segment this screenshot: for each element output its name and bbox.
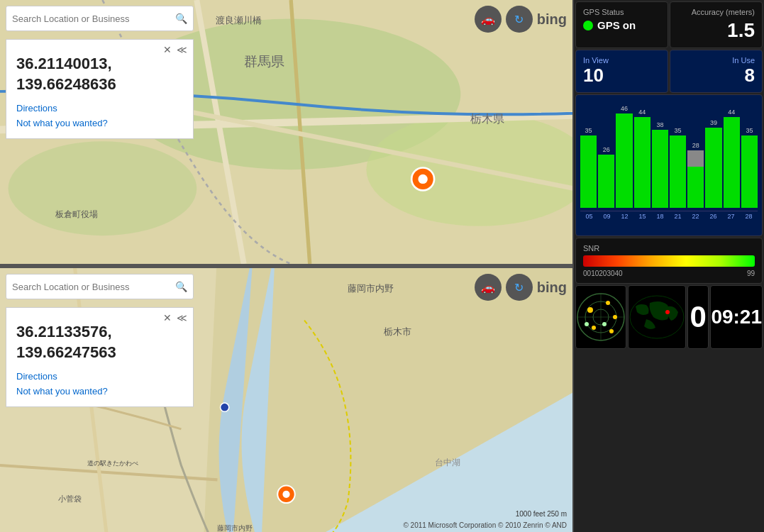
satellite-bar-28: 35 bbox=[741, 127, 758, 208]
top-map-panel: 群馬県 栃木県 渡良瀬川橋 板倉町役場 🔍 🚗 ↻ bing ✕ ≪ bbox=[0, 0, 572, 264]
gps-accuracy-title: Accuracy (meters) bbox=[677, 8, 755, 16]
top-nav-button[interactable]: ≪ bbox=[177, 44, 187, 55]
gps-accuracy-value: 1.5 bbox=[677, 19, 755, 42]
gps-inuse-card: In Use 8 bbox=[670, 50, 763, 93]
satellite-ids: 05091215182122262728 bbox=[580, 211, 758, 220]
gps-inview-card: In View 10 bbox=[575, 50, 668, 93]
speed-display: 0 bbox=[687, 285, 709, 349]
map-area: 群馬県 栃木県 渡良瀬川橋 板倉町役場 🔍 🚗 ↻ bing ✕ ≪ bbox=[0, 0, 572, 532]
svg-text:藤岡市内野: 藤岡市内野 bbox=[217, 524, 253, 532]
satellite-bar-15: 44 bbox=[634, 109, 650, 208]
bottom-search-bar[interactable]: 🔍 bbox=[6, 274, 194, 299]
satellite-chart: 35264644383528394435 0509121518212226272… bbox=[575, 94, 763, 236]
map-copyright: © 2011 Microsoft Corporation © 2010 Zenr… bbox=[403, 521, 567, 529]
bottom-car-button[interactable]: 🚗 bbox=[475, 274, 502, 301]
satellite-bar-22: 28 bbox=[687, 142, 704, 208]
satellite-bar-12: 46 bbox=[616, 105, 632, 208]
satellite-bar-21: 35 bbox=[670, 127, 686, 208]
bottom-refresh-button[interactable]: ↻ bbox=[506, 274, 533, 301]
satellite-bar-18: 38 bbox=[652, 121, 668, 208]
svg-point-37 bbox=[606, 301, 610, 305]
satellite-radar bbox=[575, 285, 626, 349]
gps-top-row: GPS Status GPS on Accuracy (meters) 1.5 bbox=[575, 1, 763, 48]
svg-point-36 bbox=[587, 307, 593, 313]
scale-bar: 1000 feet 250 m bbox=[516, 510, 567, 518]
svg-text:藤岡市内野: 藤岡市内野 bbox=[348, 283, 394, 294]
time-value: 09:21 bbox=[711, 306, 762, 328]
svg-point-13 bbox=[419, 174, 428, 184]
svg-point-40 bbox=[609, 329, 614, 333]
bottom-search-icon: 🔍 bbox=[175, 281, 187, 292]
car-button[interactable]: 🚗 bbox=[475, 6, 502, 33]
gps-inuse-value: 8 bbox=[677, 65, 755, 87]
top-not-wanted-link[interactable]: Not what you wanted? bbox=[16, 116, 183, 131]
gps-status-dot bbox=[583, 21, 593, 31]
svg-text:道の駅きたかわべ: 道の駅きたかわべ bbox=[87, 460, 138, 467]
svg-point-29 bbox=[282, 491, 289, 498]
bottom-info-panel: ✕ ≪ 36.21133576, 139.66247563 Directions… bbox=[6, 307, 194, 407]
svg-point-38 bbox=[613, 315, 617, 319]
gps-panel: GPS Status GPS on Accuracy (meters) 1.5 … bbox=[572, 0, 764, 532]
top-map-controls: 🚗 ↻ bing bbox=[475, 6, 567, 33]
gps-accuracy-card: Accuracy (meters) 1.5 bbox=[670, 1, 763, 48]
gps-status-text: GPS on bbox=[597, 19, 636, 31]
snr-card: SNR 00 10 20 30 40 99 bbox=[575, 238, 763, 284]
svg-text:板倉町役場: 板倉町役場 bbox=[55, 209, 98, 219]
satellite-bar-09: 26 bbox=[598, 146, 614, 208]
satellite-bar-26: 39 bbox=[705, 119, 721, 208]
top-coordinates: 36.21140013, 139.66248636 bbox=[16, 54, 183, 94]
gps-inuse-label: In Use bbox=[677, 56, 755, 65]
gps-bottom-row: 0 09:21 bbox=[575, 285, 763, 349]
bottom-coordinates: 36.21133576, 139.66247563 bbox=[16, 322, 183, 362]
bottom-not-wanted-link[interactable]: Not what you wanted? bbox=[16, 384, 183, 399]
gps-status-title: GPS Status bbox=[583, 8, 660, 16]
top-close-button[interactable]: ✕ bbox=[163, 44, 172, 55]
gps-inview-row: In View 10 In Use 8 bbox=[575, 50, 763, 93]
bottom-nav-button[interactable]: ≪ bbox=[177, 312, 187, 323]
bing-logo: bing bbox=[537, 11, 567, 28]
svg-text:群馬県: 群馬県 bbox=[244, 54, 284, 69]
refresh-button[interactable]: ↻ bbox=[506, 6, 533, 33]
search-icon: 🔍 bbox=[175, 13, 187, 24]
snr-labels: 00 10 20 30 40 99 bbox=[583, 270, 755, 277]
top-directions-link[interactable]: Directions bbox=[16, 101, 183, 116]
svg-point-3 bbox=[9, 141, 197, 235]
snr-title: SNR bbox=[583, 244, 755, 253]
satellite-bar-27: 44 bbox=[724, 109, 740, 208]
satellite-bar-05: 35 bbox=[580, 127, 597, 208]
svg-text:小菅袋: 小菅袋 bbox=[58, 494, 82, 503]
svg-point-45 bbox=[665, 310, 670, 314]
svg-text:栃木県: 栃木県 bbox=[470, 113, 504, 125]
time-display: 09:21 bbox=[710, 285, 763, 349]
svg-text:栃木市: 栃木市 bbox=[384, 326, 411, 337]
top-search-bar[interactable]: 🔍 bbox=[6, 6, 194, 31]
top-search-input[interactable] bbox=[12, 13, 175, 24]
bottom-map-controls: 🚗 ↻ bing bbox=[475, 274, 567, 301]
bottom-info-links: Directions Not what you wanted? bbox=[16, 370, 183, 399]
bottom-map-panel: 藤岡市内野 栃木市 台中湖 小菅袋 藤岡市内野 柳生駅 海老瀬 藤岡町下宮 道の… bbox=[0, 268, 572, 532]
satellite-bars: 35264644383528394435 bbox=[580, 101, 758, 211]
bottom-bing-logo: bing bbox=[537, 279, 567, 296]
svg-text:渡良瀬川橋: 渡良瀬川橋 bbox=[216, 15, 262, 26]
speed-value: 0 bbox=[690, 300, 707, 334]
bottom-directions-link[interactable]: Directions bbox=[16, 370, 183, 384]
top-info-links: Directions Not what you wanted? bbox=[16, 101, 183, 131]
gps-status-card: GPS Status GPS on bbox=[575, 1, 668, 48]
gps-status-value: GPS on bbox=[583, 19, 660, 31]
top-info-panel: ✕ ≪ 36.21140013, 139.66248636 Directions… bbox=[6, 39, 194, 139]
gps-inview-value: 10 bbox=[583, 65, 660, 87]
bottom-close-button[interactable]: ✕ bbox=[163, 312, 172, 323]
svg-point-39 bbox=[592, 326, 596, 330]
svg-text:台中湖: 台中湖 bbox=[435, 458, 460, 467]
gps-inview-label: In View bbox=[583, 56, 660, 65]
svg-point-27 bbox=[221, 403, 229, 411]
snr-bar bbox=[583, 255, 755, 267]
world-map bbox=[628, 285, 686, 349]
svg-point-42 bbox=[602, 322, 607, 326]
bottom-search-input[interactable] bbox=[12, 282, 175, 292]
svg-point-41 bbox=[585, 322, 589, 326]
